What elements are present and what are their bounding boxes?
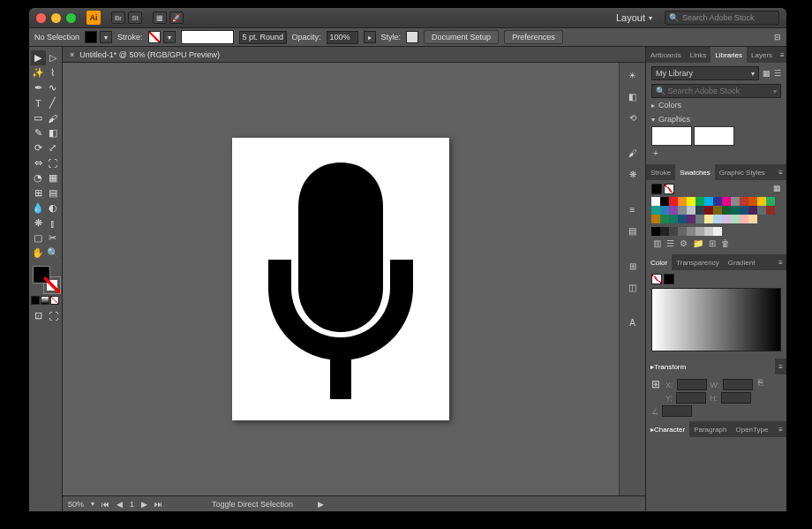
tab-paragraph[interactable]: Paragraph	[689, 421, 731, 437]
swatch-gray[interactable]	[660, 227, 669, 236]
shape-builder-tool[interactable]: ◔	[31, 170, 46, 185]
paintbrush-tool[interactable]: 🖌	[46, 110, 61, 125]
tab-libraries[interactable]: Libraries	[710, 47, 747, 63]
stroke-swatch[interactable]	[148, 31, 161, 43]
none-mode-icon[interactable]	[50, 296, 59, 305]
panel-menu-icon[interactable]: ≡	[775, 426, 786, 434]
h-input[interactable]	[721, 392, 751, 404]
tab-close-icon[interactable]: ×	[70, 50, 74, 59]
preferences-button[interactable]: Preferences	[504, 30, 563, 44]
tab-transform[interactable]: ▸ Transform	[646, 359, 775, 374]
artboard[interactable]	[232, 138, 449, 420]
zoom-window-icon[interactable]	[66, 13, 76, 23]
direct-selection-tool[interactable]: ▷	[46, 50, 61, 65]
screen-mode-normal[interactable]: ⊡	[31, 308, 45, 323]
panel-menu-icon[interactable]: ≡	[775, 259, 786, 267]
current-stroke-swatch[interactable]	[664, 184, 674, 194]
minimize-window-icon[interactable]	[51, 13, 61, 23]
grid-view-icon[interactable]: ▦	[763, 69, 771, 78]
swatch-color[interactable]	[757, 206, 766, 215]
graphics-section[interactable]: ▾Graphics	[651, 112, 781, 126]
panel-menu-icon[interactable]: ≡	[775, 363, 786, 371]
symbol-sprayer-tool[interactable]: ❋	[31, 215, 46, 230]
zoom-dropdown-icon[interactable]: ▾	[91, 500, 94, 508]
eraser-tool[interactable]: ◧	[46, 125, 61, 140]
color-stroke-swatch[interactable]	[664, 274, 674, 284]
properties-icon[interactable]: ☀	[626, 68, 640, 82]
swatch-color[interactable]	[722, 197, 731, 206]
selection-tool[interactable]: ▶	[31, 50, 46, 65]
tab-opentype[interactable]: OpenType	[731, 421, 772, 437]
color-spectrum[interactable]	[651, 288, 781, 351]
swatch-color[interactable]	[740, 215, 748, 223]
nav-next-icon[interactable]: ▶	[141, 500, 147, 509]
zoom-value[interactable]: 50%	[68, 500, 84, 509]
swatch-color[interactable]	[687, 215, 695, 223]
document-tab[interactable]: × Untitled-1* @ 50% (RGB/GPU Preview)	[63, 47, 645, 63]
y-input[interactable]	[676, 392, 706, 404]
tab-color[interactable]: Color	[646, 254, 672, 270]
swatch-gray[interactable]	[695, 227, 704, 236]
tab-graphic-styles[interactable]: Graphic Styles	[715, 164, 770, 180]
brushes-icon[interactable]: 🖌	[626, 146, 640, 160]
swatch-gray[interactable]	[713, 227, 722, 236]
swatch-color[interactable]	[678, 206, 687, 215]
tab-swatches[interactable]: Swatches	[675, 164, 715, 180]
fill-stroke-control[interactable]	[31, 264, 61, 294]
swatch-color[interactable]	[660, 206, 669, 215]
link-wh-icon[interactable]: ⎘	[758, 378, 763, 404]
pen-tool[interactable]: ✒	[31, 80, 46, 95]
gradient-tool[interactable]: ▤	[46, 185, 61, 200]
cc-libraries-icon[interactable]: ⟲	[626, 110, 640, 125]
library-selector[interactable]: My Library▾	[651, 66, 759, 80]
angle-input[interactable]	[662, 405, 692, 417]
swatch-gray[interactable]	[669, 227, 678, 236]
tab-stroke[interactable]: Stroke	[646, 164, 675, 180]
swatch-color[interactable]	[731, 206, 740, 215]
zoom-tool[interactable]: 🔍	[46, 246, 61, 261]
current-fill-swatch[interactable]	[651, 184, 662, 194]
library-search-input[interactable]: 🔍 Search Adobe Stock▾	[651, 84, 781, 98]
close-window-icon[interactable]	[36, 13, 46, 23]
swatch-color[interactable]	[748, 215, 757, 223]
panel-menu-icon[interactable]: ≡	[777, 51, 786, 59]
tab-character[interactable]: ▸ Character	[646, 421, 689, 437]
artboard-tool[interactable]: ▢	[31, 230, 46, 246]
magic-wand-tool[interactable]: ✨	[31, 65, 46, 80]
fill-swatch[interactable]	[85, 31, 97, 43]
width-tool[interactable]: ⇔	[31, 155, 46, 170]
tab-artboards[interactable]: Artboards	[646, 47, 686, 63]
nav-last-icon[interactable]: ⏭	[154, 500, 162, 509]
swatch-color[interactable]	[731, 197, 740, 206]
slice-tool[interactable]: ✂	[46, 230, 61, 246]
colors-section[interactable]: ▸Colors	[651, 98, 781, 112]
color-fill-swatch[interactable]	[651, 274, 662, 284]
swatch-color[interactable]	[651, 215, 660, 223]
arrange-docs-button[interactable]: ▦	[153, 11, 167, 24]
workspace-switcher[interactable]: Layout ▾	[609, 12, 659, 23]
swatch-libraries-icon[interactable]: ▥	[653, 238, 661, 248]
swatch-gray[interactable]	[678, 227, 687, 236]
swatch-color[interactable]	[731, 215, 740, 223]
lasso-tool[interactable]: ⌇	[46, 65, 61, 80]
screen-mode-full[interactable]: ⛶	[46, 308, 60, 323]
pathfinder-icon[interactable]: ◫	[626, 280, 640, 294]
swatch-color[interactable]	[766, 197, 775, 206]
blend-tool[interactable]: ◐	[46, 200, 61, 215]
curvature-tool[interactable]: ∿	[46, 80, 61, 95]
show-kinds-icon[interactable]: ☰	[666, 238, 674, 248]
swatch-options-icon[interactable]: ▦	[773, 184, 781, 194]
swatch-color[interactable]	[713, 197, 722, 206]
document-setup-button[interactable]: Document Setup	[424, 30, 499, 44]
graphic-asset[interactable]	[694, 126, 734, 146]
swatch-color[interactable]	[766, 206, 775, 215]
x-input[interactable]	[677, 379, 707, 390]
swatch-gray[interactable]	[704, 227, 713, 236]
mesh-tool[interactable]: ⊞	[31, 185, 46, 200]
swatch-color[interactable]	[669, 215, 678, 223]
w-input[interactable]	[723, 379, 753, 390]
swatch-color[interactable]	[660, 215, 669, 223]
swatch-color[interactable]	[740, 206, 748, 215]
gpu-button[interactable]: 🚀	[169, 11, 184, 24]
bridge-button[interactable]: Br	[111, 11, 125, 24]
